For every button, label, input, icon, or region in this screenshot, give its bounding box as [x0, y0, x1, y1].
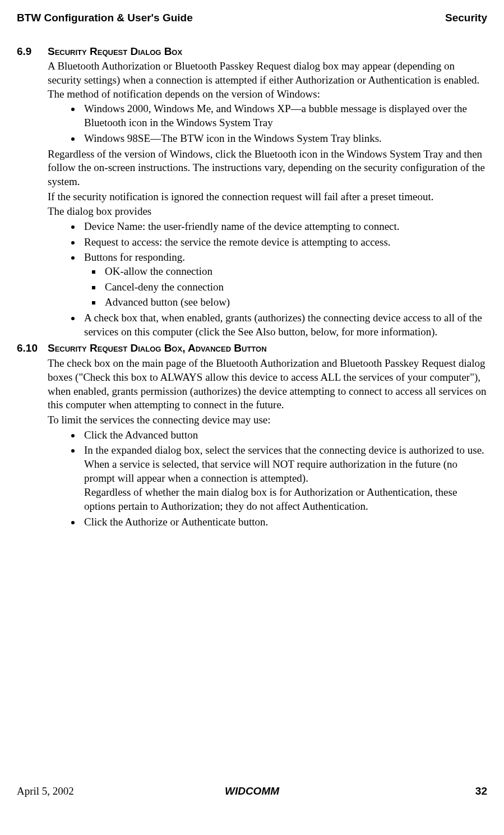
section-number: 6.9 — [17, 45, 48, 59]
list-item: OK-allow the connection — [102, 265, 487, 279]
section-title: Security Request Dialog Box, Advanced Bu… — [48, 342, 267, 356]
section-heading-6-9: 6.9 Security Request Dialog Box — [17, 45, 487, 59]
list-item: Windows 98SE—The BTW icon in the Windows… — [81, 132, 487, 146]
paragraph: Regardless of the version of Windows, cl… — [48, 147, 487, 189]
header-right: Security — [445, 11, 487, 25]
list-item: Windows 2000, Windows Me, and Windows XP… — [81, 102, 487, 130]
list-item: Device Name: the user-friendly name of t… — [81, 220, 487, 234]
page-footer: April 5, 2002 WIDCOMM 32 — [17, 785, 487, 799]
section-number: 6.10 — [17, 342, 48, 356]
paragraph: If the security notification is ignored … — [48, 190, 487, 204]
list-item: Cancel-deny the connection — [102, 280, 487, 294]
header-left: BTW Configuration & User's Guide — [17, 11, 193, 25]
list-item: Buttons for responding. OK-allow the con… — [81, 251, 487, 310]
section-heading-6-10: 6.10 Security Request Dialog Box, Advanc… — [17, 342, 487, 356]
list-item: Advanced button (see below) — [102, 296, 487, 310]
footer-date: April 5, 2002 — [17, 785, 74, 799]
list-item: A check box that, when enabled, grants (… — [81, 311, 487, 339]
square-list: OK-allow the connection Cancel-deny the … — [84, 265, 487, 310]
footer-brand: WIDCOMM — [225, 785, 279, 799]
paragraph: A Bluetooth Authorization or Bluetooth P… — [48, 59, 487, 101]
section-title: Security Request Dialog Box — [48, 45, 182, 59]
paragraph: The dialog box provides — [48, 205, 487, 219]
bullet-list: Device Name: the user-friendly name of t… — [48, 220, 487, 339]
paragraph: To limit the services the connecting dev… — [48, 413, 487, 427]
list-item: Click the Authorize or Authenticate butt… — [81, 515, 487, 529]
page-header: BTW Configuration & User's Guide Securit… — [17, 11, 487, 25]
paragraph: The check box on the main page of the Bl… — [48, 357, 487, 412]
bullet-list: Click the Advanced button In the expande… — [48, 428, 487, 529]
list-item: Request to access: the service the remot… — [81, 236, 487, 250]
list-item: Click the Advanced button — [81, 428, 487, 442]
footer-page-number: 32 — [475, 785, 487, 799]
bullet-list: Windows 2000, Windows Me, and Windows XP… — [48, 102, 487, 145]
list-item: In the expanded dialog box, select the s… — [81, 444, 487, 513]
